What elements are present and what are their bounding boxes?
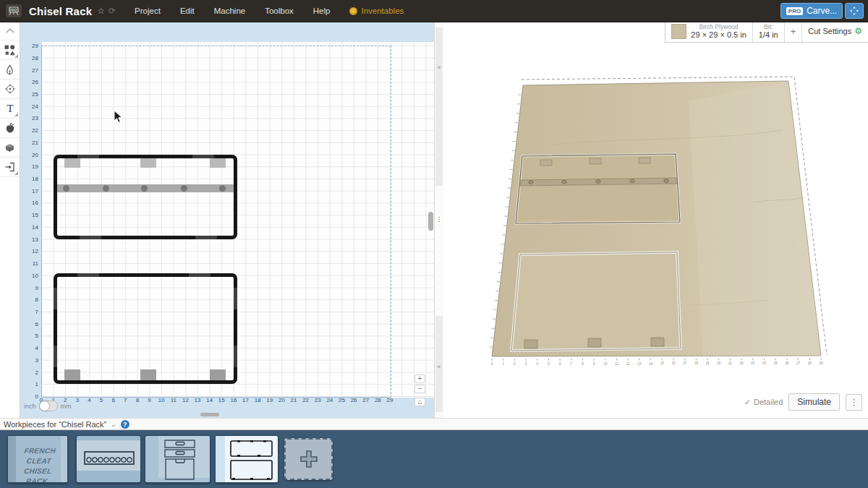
tab-marker — [64, 158, 80, 168]
svg-text:12: 12 — [626, 362, 631, 366]
ruler-x-label: 10 — [156, 397, 166, 403]
pane-divider[interactable]: » ⋮ « — [434, 22, 443, 418]
preview-kebab-button[interactable]: ⋮ — [846, 394, 862, 411]
edge-tab-marker — [54, 346, 57, 367]
carve-button[interactable]: PRO Carve... — [780, 3, 843, 19]
unit-toggle[interactable] — [39, 401, 58, 411]
menu-project[interactable]: Project — [135, 7, 161, 15]
favorite-star-icon[interactable]: ☆ — [97, 6, 105, 16]
workpiece-thumb-current[interactable] — [215, 435, 278, 483]
workpiece-thumb-cleat-profile[interactable] — [76, 435, 141, 483]
material-name: Birch Plywood — [699, 23, 739, 30]
svg-text:5: 5 — [548, 362, 550, 366]
import-tool[interactable] — [0, 158, 20, 177]
chevron-down-icon[interactable]: ⌄ — [111, 421, 116, 428]
ruler-x-label: 7 — [120, 397, 130, 403]
ruler-y-label: 5 — [20, 333, 38, 339]
divider-track-top[interactable] — [435, 27, 443, 186]
material-tool[interactable] — [0, 138, 20, 158]
jog-button[interactable] — [845, 3, 864, 19]
zoom-home-button[interactable]: ⌂ — [414, 398, 425, 406]
ruler-y-label: 20 — [20, 152, 38, 158]
ruler-y-label: 24 — [20, 103, 38, 110]
preview-3d-view[interactable]: 0123456789101112131415161718192021222324… — [443, 22, 868, 418]
easel-logo[interactable]: PRO — [6, 4, 22, 17]
apps-tool[interactable] — [0, 119, 20, 138]
ruler-x-label: 27 — [361, 397, 371, 403]
svg-text:1: 1 — [502, 362, 504, 366]
menu-help[interactable]: Help — [313, 7, 331, 15]
workpiece-thumb-drawers[interactable] — [145, 435, 210, 483]
ruler-y-label: 21 — [20, 140, 38, 146]
edge-tab-marker — [192, 155, 214, 158]
easel-logo-icon: PRO — [7, 6, 20, 16]
design-canvas[interactable]: 0123456789101112131415161718192021222324… — [20, 22, 434, 418]
menu-inventables[interactable]: Inventables — [349, 7, 404, 15]
ruler-x-label: 5 — [96, 397, 106, 403]
unit-toggle-group: inch mm — [24, 401, 72, 411]
zoom-in-button[interactable]: + — [414, 374, 425, 383]
cut-settings-label: Cut Settings — [808, 27, 851, 35]
svg-text:11: 11 — [615, 362, 618, 366]
divider-kebab-icon[interactable]: ⋮ — [435, 215, 443, 223]
dowel-hole — [63, 185, 69, 192]
inventables-coin-icon — [349, 7, 357, 15]
menu-machine[interactable]: Machine — [214, 7, 245, 15]
drill-tool[interactable] — [0, 80, 20, 99]
svg-text:22: 22 — [740, 361, 744, 365]
svg-text:29: 29 — [819, 361, 823, 365]
text-tool[interactable]: T — [0, 99, 20, 119]
workpiece-thumb-french-cleat[interactable]: FRENCH CLEAT CHISEL RACK — [7, 435, 68, 483]
cut-settings-button[interactable]: Cut Settings ⚙ — [802, 22, 868, 42]
ruler-y-label: 8 — [20, 296, 38, 303]
preview-pane[interactable]: 0123456789101112131415161718192021222324… — [443, 22, 868, 418]
material-dimensions: 29 × 29 × 0.5 in — [691, 30, 746, 39]
sync-icon: ⟳ — [109, 6, 116, 16]
ruler-x-label: 16 — [229, 397, 239, 403]
detailed-label: Detailed — [754, 398, 783, 406]
canvas-horizontal-scrollbar[interactable] — [200, 413, 219, 416]
ruler-y-label: 7 — [20, 309, 38, 315]
svg-text:6: 6 — [559, 362, 561, 366]
workpiece-thumbnails: FRENCH CLEAT CHISEL RACK — [0, 430, 868, 488]
svg-text:T: T — [7, 103, 13, 114]
ruler-x-label: 24 — [325, 397, 335, 403]
expand-right-icon[interactable]: » — [435, 64, 443, 71]
question-icon[interactable]: ? — [121, 420, 129, 429]
cleat-channel — [57, 184, 234, 192]
left-toolbar: T — [0, 22, 20, 418]
menu-edit[interactable]: Edit — [180, 7, 195, 15]
material-cell[interactable]: Birch Plywood 29 × 29 × 0.5 in — [665, 22, 752, 42]
zoom-out-button[interactable]: − — [414, 385, 425, 393]
unit-inch-label: inch — [24, 403, 36, 410]
detailed-toggle[interactable]: ✓ Detailed — [744, 398, 783, 407]
menu-toolbox[interactable]: Toolbox — [265, 7, 294, 15]
svg-text:24: 24 — [762, 361, 767, 365]
ruler-x-label: 12 — [180, 397, 190, 403]
design-shape[interactable] — [54, 273, 237, 384]
collapse-left-icon[interactable]: « — [435, 363, 443, 370]
add-bit-button[interactable]: + — [785, 22, 803, 42]
svg-text:17: 17 — [683, 361, 687, 365]
ruler-y-label: 27 — [20, 67, 38, 74]
cutout-top-part[interactable] — [516, 154, 680, 223]
svg-text:27: 27 — [796, 361, 801, 365]
shapes-tool[interactable] — [0, 40, 20, 60]
ruler-x-label: 25 — [337, 397, 347, 403]
project-title[interactable]: Chisel Rack — [29, 5, 92, 17]
toolbar-collapse-button[interactable] — [0, 22, 20, 40]
current-workpiece-drawing — [216, 436, 278, 483]
svg-text:3: 3 — [525, 362, 527, 366]
svg-text:19: 19 — [706, 361, 710, 365]
simulate-button[interactable]: Simulate — [788, 393, 840, 411]
design-shape[interactable] — [54, 155, 237, 239]
ruler-y-label: 18 — [20, 176, 38, 182]
top-bar: PRO Chisel Rack ☆ ⟳ Project Edit Machine… — [0, 0, 868, 22]
ruler-y-label: 2 — [20, 369, 38, 376]
pen-tool[interactable] — [0, 60, 20, 80]
canvas-vertical-scrollbar[interactable] — [428, 212, 433, 231]
svg-text:26: 26 — [785, 361, 789, 365]
bit-cell[interactable]: Bit: 1/4 in — [753, 22, 785, 42]
add-workpiece-button[interactable] — [284, 438, 333, 480]
cutout-bottom-part[interactable] — [511, 252, 681, 351]
